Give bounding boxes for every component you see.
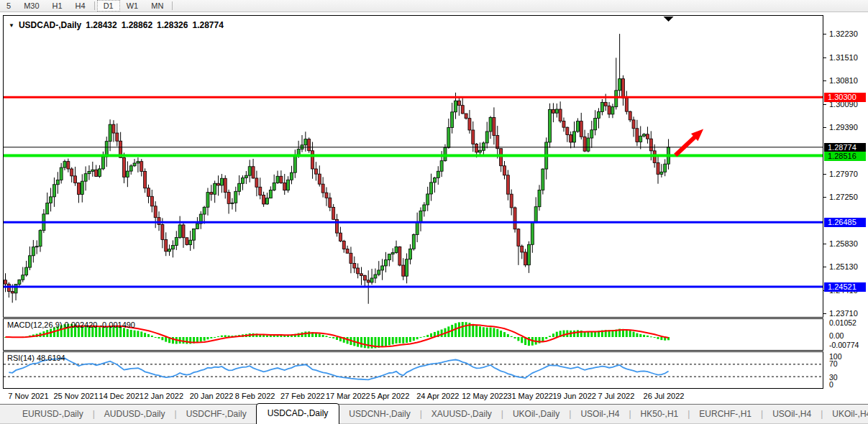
candle-bull (245, 175, 247, 178)
candle-bear (321, 184, 324, 193)
macd-signal-value: -0.001490 (99, 321, 135, 329)
dropdown-icon[interactable]: ▼ (9, 22, 14, 29)
macd-indicator-panel[interactable]: MACD(12,26,9) 0.002420 -0.001490 (3, 318, 823, 351)
tab-eurusd-daily[interactable]: EURUSD-,Daily (13, 406, 93, 422)
price-tick-label: 1.32230 (829, 29, 858, 38)
macd-histogram-bar (308, 331, 310, 337)
tab-usdcad-daily[interactable]: USDCAD-,Daily (256, 403, 340, 424)
candle-bear (506, 175, 509, 194)
period-button-5[interactable]: 5 (0, 1, 17, 11)
macd-histogram-bar (643, 335, 645, 337)
candle-bull (594, 119, 597, 130)
price-scale[interactable]: 1.322301.315101.308101.300901.293901.279… (823, 15, 868, 404)
macd-histogram-bar (423, 336, 425, 337)
candle-bear (503, 166, 506, 175)
tab-usoil-h4[interactable]: USOil-,H4 (571, 406, 629, 422)
chart-symbol-label: USDCAD-,Daily (19, 20, 81, 30)
tab-xauusd-daily[interactable]: XAUUSD-,Daily (422, 406, 501, 422)
candle-bull (276, 176, 279, 183)
candle-bull (384, 260, 387, 266)
trend-arrow-shaft[interactable] (675, 135, 696, 155)
macd-histogram-bar (629, 331, 631, 337)
candle-bear (217, 183, 220, 185)
price-level-badge: 1.28516 (824, 152, 866, 161)
candle-bull (388, 254, 390, 260)
tab-usoil-h4[interactable]: USOil-,H4 (763, 406, 821, 422)
tab-audusd-daily[interactable]: AUDUSD-,Daily (95, 406, 175, 422)
period-button-H1[interactable]: H1 (46, 1, 69, 11)
macd-histogram-bar (511, 336, 513, 337)
date-axis[interactable]: 7 Nov 202125 Nov 202114 Dec 20212 Jan 20… (3, 390, 823, 403)
macd-histogram-bar (562, 331, 565, 337)
macd-histogram-bar (392, 337, 394, 344)
rsi-chart-surface[interactable] (4, 352, 823, 388)
candle-bear (649, 139, 652, 151)
candle-bear (608, 106, 611, 114)
date-label: 27 Feb 2022 (280, 392, 325, 400)
rsi-indicator-panel[interactable]: RSI(14) 48.6194 (3, 351, 823, 389)
macd-histogram-bar (503, 332, 506, 337)
tab-usdchf-daily[interactable]: USDCHF-,Daily (177, 406, 256, 422)
price-tick-mark (823, 104, 826, 105)
macd-histogram-bar (322, 335, 324, 337)
candle-bear (461, 106, 464, 114)
candlestick-chart-surface[interactable] (4, 16, 823, 317)
candle-bull (440, 161, 443, 172)
macd-histogram-bar (556, 332, 558, 337)
macd-histogram-bar (573, 331, 575, 337)
candle-bear (342, 241, 345, 249)
period-button-W1[interactable]: W1 (120, 1, 145, 11)
price-tick-label: 1.25130 (829, 262, 858, 271)
tab-usdcnh-daily[interactable]: USDCNH-,Daily (339, 406, 419, 422)
candle-bear (559, 109, 562, 121)
macd-histogram-bar (430, 333, 432, 337)
macd-histogram-bar (130, 330, 132, 337)
price-tick-label: 1.31510 (829, 53, 858, 62)
macd-histogram-bar (319, 333, 321, 337)
period-button-D1[interactable]: D1 (97, 0, 120, 11)
candle-bear (332, 207, 335, 219)
candle-bull (35, 246, 38, 247)
period-button-M30[interactable]: M30 (17, 1, 45, 11)
candle-bull (39, 231, 42, 246)
candle-bull (381, 266, 384, 270)
candle-bear (154, 206, 157, 218)
ohlc-close: 1.28774 (192, 20, 223, 30)
period-button-H4[interactable]: H4 (69, 1, 92, 11)
tab-eurchf-h1[interactable]: EURCHF-,H1 (690, 406, 761, 422)
candle-bear (521, 246, 524, 252)
macd-histogram-bar (626, 330, 628, 337)
macd-histogram-bar (137, 331, 139, 337)
candle-bull (615, 91, 618, 107)
date-label: 5 Apr 2022 (371, 392, 409, 400)
candle-bull (290, 172, 293, 180)
tab-ukoil-daily[interactable]: UKOil-,Daily (503, 406, 569, 422)
period-button-MN[interactable]: MN (145, 1, 170, 11)
candle-bull (175, 238, 178, 246)
candle-bear (329, 198, 332, 207)
macd-histogram-bar (134, 331, 136, 337)
macd-histogram-bar (490, 328, 492, 337)
candle-bear (346, 249, 349, 254)
candle-bull (587, 138, 590, 151)
candle-bull (88, 172, 91, 174)
tab-hk50-h1[interactable]: HK50-,H1 (631, 406, 688, 422)
candle-bull (91, 170, 94, 171)
candle-bear (11, 292, 14, 293)
date-label: 19 Jun 2022 (552, 392, 596, 400)
candle-bull (189, 240, 192, 244)
macd-histogram-bar (420, 337, 422, 338)
candle-bull (391, 253, 394, 254)
candle-bull (14, 285, 17, 293)
macd-histogram-bar (406, 337, 408, 343)
candle-bear (147, 188, 150, 197)
tab-ukoil-h4[interactable]: UKOil-,H4 (823, 406, 868, 422)
candle-bear (350, 253, 352, 263)
candle-bull (84, 174, 87, 181)
candle-bull (273, 183, 275, 190)
candle-bull (60, 167, 63, 180)
main-chart-panel[interactable]: ▼ USDCAD-,Daily 1.28432 1.28862 1.28326 … (3, 15, 823, 318)
macd-histogram-bar (441, 330, 443, 337)
candle-bull (406, 259, 408, 276)
chart-shift-marker-icon[interactable] (664, 17, 674, 22)
